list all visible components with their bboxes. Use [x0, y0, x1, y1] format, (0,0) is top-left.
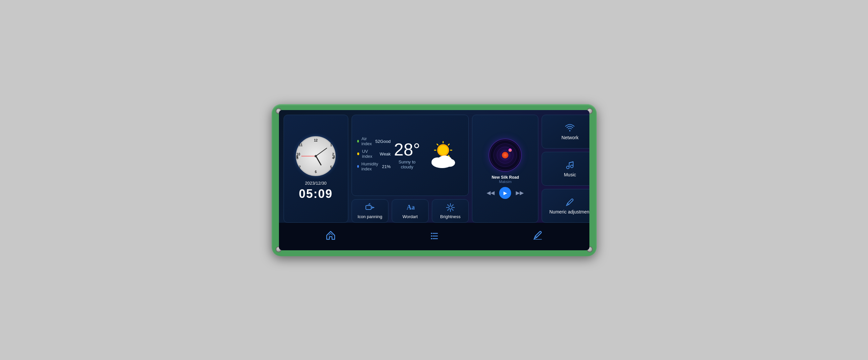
edit-nav-button[interactable] [519, 227, 556, 246]
svg-line-3 [448, 144, 450, 145]
pencil-icon [565, 197, 575, 207]
svg-point-14 [449, 206, 452, 209]
time-display: 05:09 [299, 187, 333, 201]
numeric-adjustment-label: Numeric adjustment [549, 209, 589, 215]
svg-point-24 [566, 166, 569, 169]
air-index-row: Air index 52Good [357, 136, 391, 146]
main-content: 12 1 2 3 4 5 6 7 8 9 10 11 [279, 110, 589, 223]
svg-point-1 [438, 145, 448, 155]
humidity-value: 21% [382, 164, 391, 169]
weather-top: Air index 52Good UV index Weak Humidity … [351, 115, 469, 196]
play-button[interactable]: ▶ [499, 187, 511, 199]
wordart-label: Wordart [402, 214, 417, 219]
air-dot [357, 140, 359, 142]
edit-icon [532, 230, 543, 241]
minute-hand [315, 148, 327, 157]
uv-index-row: UV index Weak [357, 149, 391, 159]
network-label: Network [561, 135, 579, 140]
home-nav-button[interactable] [312, 227, 349, 246]
weather-icon-area [423, 140, 463, 170]
next-button[interactable]: ▶▶ [516, 190, 524, 196]
screen: 12 1 2 3 4 5 6 7 8 9 10 11 [279, 110, 589, 250]
svg-point-11 [444, 159, 455, 167]
air-index-value: 52Good [375, 139, 391, 144]
music-button[interactable]: Music [541, 152, 589, 186]
date-display: 2023/12/30 [305, 181, 327, 186]
weather-panel: Air index 52Good UV index Weak Humidity … [351, 115, 469, 223]
humidity-dot [357, 165, 359, 168]
device-frame: 12 1 2 3 4 5 6 7 8 9 10 11 [272, 104, 597, 256]
panning-icon [365, 203, 374, 212]
svg-line-19 [447, 204, 448, 205]
music-note-icon [565, 160, 575, 170]
music-panel: New Silk Road Maksim ◀◀ ▶ ▶▶ [472, 115, 538, 223]
weather-condition: Sunny to cloudy [394, 159, 420, 169]
home-icon [326, 230, 336, 241]
hour-hand [315, 156, 322, 165]
network-button[interactable]: Network [541, 115, 589, 149]
svg-rect-12 [366, 205, 371, 209]
music-button-label: Music [564, 172, 576, 177]
brightness-label: Brightness [440, 214, 460, 219]
vinyl-disc [489, 138, 522, 172]
clock-face: 12 1 2 3 4 5 6 7 8 9 10 11 [296, 136, 336, 176]
music-title: New Silk Road [492, 175, 519, 180]
list-nav-button[interactable] [415, 227, 453, 246]
second-hand [301, 156, 316, 157]
svg-line-20 [453, 209, 454, 210]
numeric-adjustment-button[interactable]: Numeric adjustment [541, 189, 589, 223]
svg-line-6 [437, 144, 438, 145]
weather-info: Air index 52Good UV index Weak Humidity … [357, 136, 391, 174]
nav-bar [279, 223, 589, 250]
icon-panning-label: Icon panning [358, 214, 382, 219]
right-panel: Network Music [541, 115, 589, 223]
humidity-label: Humidity index [362, 161, 379, 171]
svg-point-31 [431, 238, 432, 239]
uv-index-value: Weak [380, 152, 391, 157]
svg-line-26 [569, 162, 573, 163]
weather-buttons: Icon panning Aa Wordart [351, 199, 469, 223]
prev-button[interactable]: ◀◀ [487, 190, 495, 196]
clock-panel: 12 1 2 3 4 5 6 7 8 9 10 11 [284, 115, 348, 223]
humidity-row: Humidity index 21% [357, 161, 391, 171]
svg-point-29 [431, 235, 432, 237]
brightness-button[interactable]: Brightness [432, 199, 469, 223]
svg-point-23 [569, 130, 570, 131]
svg-point-27 [431, 233, 432, 234]
svg-text:Aa: Aa [407, 203, 414, 211]
air-index-label: Air index [362, 136, 373, 146]
svg-line-22 [447, 209, 448, 210]
sun-cloud-icon [425, 140, 461, 170]
temperature: 28° [394, 141, 420, 158]
brightness-icon [446, 203, 455, 212]
svg-point-25 [570, 165, 573, 168]
center-dot [315, 155, 317, 158]
wordart-icon: Aa [405, 203, 414, 212]
svg-line-21 [453, 204, 454, 205]
music-controls: ◀◀ ▶ ▶▶ [487, 187, 524, 199]
uv-dot [357, 153, 360, 155]
svg-line-5 [448, 156, 450, 157]
wordart-button[interactable]: Aa Wordart [392, 199, 429, 223]
music-artist: Maksim [499, 180, 512, 184]
list-icon [429, 230, 439, 241]
wifi-icon [565, 123, 575, 133]
weather-big: 28° Sunny to cloudy [394, 141, 420, 169]
icon-panning-button[interactable]: Icon panning [351, 199, 389, 223]
uv-index-label: UV index [362, 149, 377, 159]
